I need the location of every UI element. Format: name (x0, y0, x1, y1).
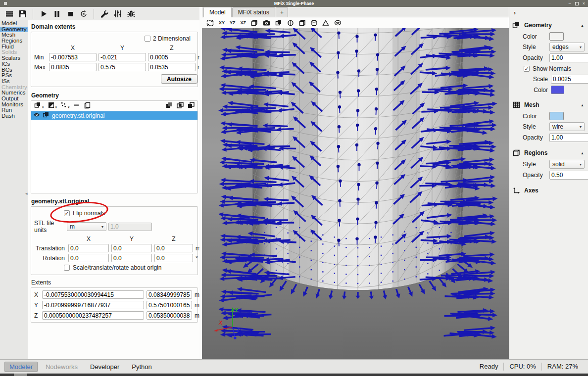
visibility-eye-icon[interactable] (33, 112, 40, 119)
sidebar-item-dash[interactable]: Dash (0, 113, 28, 119)
menu-icon[interactable] (2, 7, 16, 20)
geo-opacity-spinner[interactable]: ▲▼ (549, 53, 588, 62)
collapse-arrow-icon[interactable]: ▲ (581, 151, 584, 155)
ymin-input[interactable] (98, 53, 146, 61)
tab-add[interactable]: + (276, 7, 288, 17)
add-geometry-icon[interactable]: ▾ (34, 102, 44, 110)
add-filter-icon[interactable]: ▾ (48, 102, 57, 110)
bug-icon[interactable] (124, 7, 138, 20)
translation-y-input[interactable] (111, 244, 152, 252)
extents-y-min-input[interactable] (42, 301, 144, 309)
rotation-unit: ° (196, 255, 199, 262)
play-icon[interactable] (37, 7, 50, 20)
cone-icon[interactable] (322, 20, 329, 26)
stl-units-select[interactable]: m▾ (67, 222, 106, 231)
geo-color-swatch[interactable] (549, 32, 564, 41)
sidebar-item-ics[interactable]: ICs (0, 61, 28, 67)
sliders-icon[interactable] (111, 7, 124, 20)
regions-opacity-spinner[interactable]: ▲▼ (549, 171, 588, 180)
flip-normals-label: Flip normals (73, 210, 105, 217)
wrench-icon[interactable] (98, 7, 111, 20)
mode-modeler[interactable]: Modeler (4, 362, 38, 372)
translation-label: Translation (34, 245, 66, 252)
rotation-label: Rotation (34, 255, 66, 262)
mesh-style-select[interactable]: wire▾ (549, 122, 585, 131)
translation-x-input[interactable] (68, 244, 109, 252)
extents-z-max-input[interactable] (147, 311, 192, 320)
sidebar-item-iss[interactable]: ISs (0, 79, 28, 85)
rotation-z-input[interactable] (154, 254, 193, 262)
rp-regions-header[interactable]: Regions ▲ (509, 147, 588, 159)
remove-geometry-icon[interactable] (74, 102, 80, 110)
extents-z-min-input[interactable] (42, 311, 144, 320)
box-icon[interactable] (299, 20, 306, 26)
geometry-visibility-icon[interactable] (275, 20, 282, 26)
rp-mesh-header[interactable]: Mesh ▲ (509, 99, 588, 111)
geometry-list-item[interactable]: geometry.stl.original (31, 111, 197, 120)
mode-nodeworks[interactable]: Nodeworks (41, 362, 82, 372)
zmax-input[interactable] (148, 63, 196, 71)
sidebar-item-output[interactable]: Output (0, 96, 28, 102)
normals-color-swatch[interactable] (551, 86, 564, 94)
view-xy-icon[interactable]: XY (219, 20, 225, 25)
regions-style-select[interactable]: solid▾ (549, 160, 585, 169)
collapse-arrow-icon[interactable]: ▲ (581, 103, 584, 107)
rotation-x-input[interactable] (68, 254, 109, 262)
wand-icon[interactable]: ▾ (61, 102, 70, 110)
mode-developer[interactable]: Developer (86, 362, 124, 372)
geometry-group: ▾ ▾ ▾ (31, 100, 198, 193)
autosize-button[interactable]: Autosize (161, 74, 197, 84)
tab-mfix-status[interactable]: MFiX status (232, 7, 275, 17)
zmin-input[interactable] (148, 53, 196, 61)
flip-normals-checkbox[interactable]: ✓ (64, 210, 70, 216)
sidebar-item-model[interactable]: Model (0, 21, 28, 27)
cylinder-icon[interactable] (311, 20, 317, 26)
about-origin-checkbox[interactable] (64, 265, 70, 271)
perspective-icon[interactable] (251, 20, 258, 26)
sphere-icon[interactable] (287, 20, 294, 26)
geo-style-label: Style (523, 44, 546, 50)
view-xz-icon[interactable]: XZ (241, 20, 246, 25)
rotation-y-input[interactable] (111, 254, 152, 262)
torus-icon[interactable] (334, 20, 342, 26)
panel-collapse-handle[interactable]: ◂ (25, 191, 28, 196)
minimize-icon[interactable]: – (569, 1, 571, 6)
reset-view-icon[interactable] (206, 20, 214, 26)
xmin-input[interactable] (49, 53, 97, 61)
geo-style-select[interactable]: edges▾ (549, 43, 585, 51)
translation-z-input[interactable] (154, 244, 193, 252)
sidebar-item-regions[interactable]: Regions (0, 38, 28, 44)
normals-scale-input[interactable] (551, 75, 588, 84)
extents-y-max-input[interactable] (147, 301, 192, 309)
mode-python[interactable]: Python (127, 362, 156, 372)
show-normals-checkbox[interactable]: ✓ (524, 66, 530, 72)
view-yz-icon[interactable]: YZ (230, 20, 236, 25)
maximize-icon[interactable] (575, 2, 579, 5)
mesh-color-swatch[interactable] (549, 112, 564, 120)
rp-axes-header[interactable]: Axes (509, 185, 588, 196)
tab-model[interactable]: Model (203, 7, 232, 17)
render-viewport[interactable]: XYZ (202, 28, 509, 359)
extents-x-max-input[interactable] (147, 290, 192, 299)
save-icon[interactable] (16, 7, 29, 20)
intersect-icon[interactable] (177, 102, 184, 110)
xmax-input[interactable] (49, 63, 97, 71)
rp-geometry-header[interactable]: Geometry ▲ (509, 19, 588, 31)
mesh-opacity-spinner[interactable]: ▲▼ (549, 133, 588, 142)
about-origin-label: Scale/translate/rotate about origin (73, 264, 161, 271)
right-panel-collapse-icon[interactable]: › (514, 9, 520, 16)
collapse-arrow-icon[interactable]: ▲ (581, 24, 584, 27)
stop-icon[interactable] (63, 7, 77, 20)
extents-x-min-input[interactable] (42, 290, 144, 299)
pause-icon[interactable] (50, 7, 63, 20)
screenshot-camera-icon[interactable] (263, 20, 270, 26)
close-icon[interactable]: × (583, 1, 585, 6)
ymax-input[interactable] (98, 63, 146, 71)
copy-geometry-icon[interactable] (84, 102, 91, 110)
two-dimensional-checkbox[interactable] (145, 36, 150, 42)
reset-icon[interactable] (77, 7, 90, 20)
svg-text:Z: Z (236, 327, 240, 332)
sidebar-nav: ModelGeometryMeshRegionsFluidSolidsScala… (0, 20, 28, 359)
difference-icon[interactable] (188, 102, 195, 110)
union-icon[interactable] (166, 102, 173, 110)
